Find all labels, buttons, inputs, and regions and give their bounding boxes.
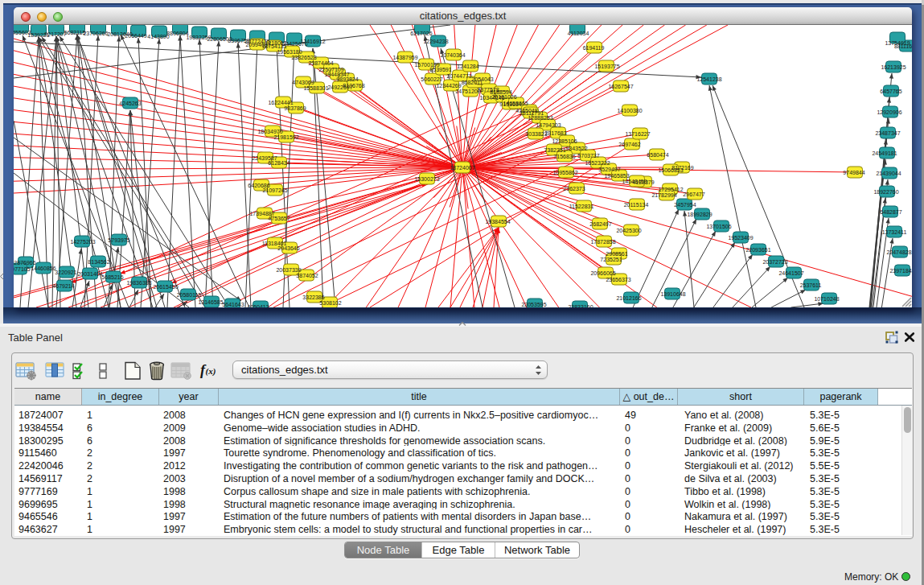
svg-text:18034970: 18034970 xyxy=(257,129,282,134)
svg-text:13754919: 13754919 xyxy=(885,40,910,46)
svg-text:3322386: 3322386 xyxy=(302,295,324,300)
svg-text:18922760: 18922760 xyxy=(873,189,898,195)
svg-text:7156836: 7156836 xyxy=(553,154,575,159)
svg-text:9749844: 9749844 xyxy=(843,170,864,175)
svg-text:7235251: 7235251 xyxy=(600,257,622,262)
svg-text:2962373: 2962373 xyxy=(563,186,585,192)
svg-text:2537611: 2537611 xyxy=(800,282,822,288)
svg-text:5060227: 5060227 xyxy=(421,76,442,82)
svg-text:23874404: 23874404 xyxy=(308,60,333,66)
svg-text:18724007: 18724007 xyxy=(450,165,474,171)
svg-text:2457954: 2457954 xyxy=(674,202,696,208)
svg-text:16267547: 16267547 xyxy=(608,84,633,89)
svg-text:18754131: 18754131 xyxy=(261,43,286,49)
svg-text:12294238: 12294238 xyxy=(423,39,448,44)
svg-text:20161026: 20161026 xyxy=(491,94,516,100)
svg-text:16213925: 16213925 xyxy=(881,64,906,70)
svg-text:14794303: 14794303 xyxy=(536,122,561,128)
svg-text:5703737: 5703737 xyxy=(577,153,599,159)
svg-text:6482877: 6482877 xyxy=(880,209,901,215)
svg-text:18992829: 18992829 xyxy=(687,212,712,217)
svg-text:9893824: 9893824 xyxy=(336,76,358,82)
svg-text:4743069: 4743069 xyxy=(292,80,314,85)
svg-text:4112034: 4112034 xyxy=(568,31,589,36)
svg-text:21439044: 21439044 xyxy=(876,171,901,176)
svg-text:6194119: 6194119 xyxy=(583,45,605,51)
svg-text:21981592: 21981592 xyxy=(273,134,298,140)
svg-text:14548459: 14548459 xyxy=(622,179,647,184)
svg-text:19384554: 19384554 xyxy=(485,219,510,225)
svg-text:5641643: 5641643 xyxy=(222,302,244,307)
svg-text:24549181: 24549181 xyxy=(872,150,897,156)
svg-text:12888253: 12888253 xyxy=(528,115,552,121)
svg-text:3220921: 3220921 xyxy=(55,270,76,275)
svg-text:9217207: 9217207 xyxy=(44,31,66,37)
svg-text:23487347: 23487347 xyxy=(875,130,900,136)
svg-text:12344269: 12344269 xyxy=(436,83,461,89)
svg-text:19523409: 19523409 xyxy=(728,235,753,241)
svg-text:3529497: 3529497 xyxy=(598,167,620,172)
svg-text:20115134: 20115134 xyxy=(624,202,649,208)
svg-text:20372723: 20372723 xyxy=(762,259,787,265)
svg-text:23706266: 23706266 xyxy=(83,31,108,36)
svg-text:15588301: 15588301 xyxy=(303,85,328,91)
svg-text:1241284: 1241284 xyxy=(457,64,478,69)
svg-text:23971842: 23971842 xyxy=(889,268,912,274)
svg-text:21012166: 21012166 xyxy=(616,295,641,301)
svg-text:3033823: 3033823 xyxy=(525,131,547,137)
svg-text:2682497: 2682497 xyxy=(589,221,611,227)
svg-text:6457765: 6457765 xyxy=(880,89,901,94)
svg-text:(x): (x) xyxy=(206,366,216,377)
svg-text:5308102: 5308102 xyxy=(319,300,341,306)
svg-text:6580474: 6580474 xyxy=(647,152,668,158)
svg-text:2943646: 2943646 xyxy=(277,245,299,251)
svg-text:15193775: 15193775 xyxy=(594,64,619,69)
svg-text:22093651: 22093651 xyxy=(745,247,770,253)
svg-text:5793975: 5793975 xyxy=(108,237,129,243)
svg-text:17872858: 17872858 xyxy=(590,239,615,245)
svg-text:2066449: 2066449 xyxy=(125,33,146,39)
svg-text:24641507: 24641507 xyxy=(778,270,803,276)
svg-text:20740364: 20740364 xyxy=(440,52,465,58)
svg-text:14658665: 14658665 xyxy=(503,101,528,106)
svg-text:16523222: 16523222 xyxy=(585,160,610,166)
svg-text:20037339: 20037339 xyxy=(276,267,301,273)
svg-text:2876966: 2876966 xyxy=(14,260,35,266)
svg-text:8539591: 8539591 xyxy=(429,67,451,72)
svg-text:2697462: 2697462 xyxy=(618,142,640,147)
svg-text:20966065: 20966065 xyxy=(590,270,615,276)
svg-text:10955862: 10955862 xyxy=(552,170,577,175)
svg-text:17295412: 17295412 xyxy=(658,187,683,192)
svg-text:10710248: 10710248 xyxy=(814,296,839,302)
svg-text:15066853: 15066853 xyxy=(658,167,683,173)
svg-text:14460856: 14460856 xyxy=(31,266,55,271)
svg-text:22053595: 22053595 xyxy=(521,302,546,307)
svg-text:2908561: 2908561 xyxy=(606,251,627,257)
svg-text:13146585: 13146585 xyxy=(198,299,223,305)
svg-text:3874052: 3874052 xyxy=(296,273,318,278)
svg-text:19465853: 19465853 xyxy=(604,173,629,179)
svg-text:21782994: 21782994 xyxy=(651,192,676,198)
svg-text:2817683: 2817683 xyxy=(544,130,566,136)
svg-text:20744773: 20744773 xyxy=(446,73,471,79)
svg-text:12541238: 12541238 xyxy=(696,76,721,82)
svg-text:4245263: 4245263 xyxy=(119,101,141,106)
svg-text:8134562: 8134562 xyxy=(88,259,109,265)
svg-text:20615450: 20615450 xyxy=(153,284,178,290)
svg-text:23826523: 23826523 xyxy=(291,55,316,60)
svg-text:2077105: 2077105 xyxy=(14,266,31,272)
svg-text:4050413: 4050413 xyxy=(247,304,269,307)
svg-text:23656373: 23656373 xyxy=(606,277,630,282)
svg-text:13701506: 13701506 xyxy=(706,224,731,229)
svg-text:21097245: 21097245 xyxy=(262,187,287,193)
svg-text:16224441: 16224441 xyxy=(268,100,293,105)
svg-text:19836388: 19836388 xyxy=(126,280,151,286)
svg-text:4679214: 4679214 xyxy=(52,283,74,289)
svg-text:7382351: 7382351 xyxy=(544,147,565,153)
svg-text:9837869: 9837869 xyxy=(284,105,306,111)
svg-text:19563180: 19563180 xyxy=(277,49,302,55)
svg-text:2054043: 2054043 xyxy=(471,76,493,82)
svg-text:20031404: 20031404 xyxy=(77,271,102,277)
svg-text:2967477: 2967477 xyxy=(683,192,704,197)
svg-text:14387959: 14387959 xyxy=(392,55,417,60)
